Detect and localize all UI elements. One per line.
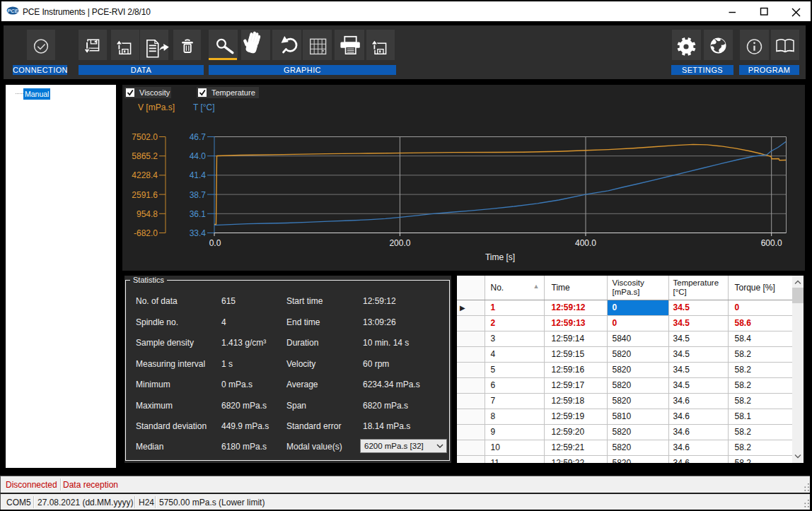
svg-text:46.7: 46.7 [190, 132, 207, 142]
svg-text:0.0: 0.0 [209, 238, 221, 248]
svg-text:T [°C]: T [°C] [193, 102, 215, 112]
svg-text:954.8: 954.8 [137, 209, 158, 219]
svg-text:41.4: 41.4 [190, 170, 207, 180]
svg-text:38.7: 38.7 [190, 190, 207, 200]
svg-text:PCE: PCE [7, 8, 18, 14]
svg-text:V [mPa.s]: V [mPa.s] [138, 102, 175, 112]
svg-text:4228.4: 4228.4 [132, 170, 158, 180]
svg-text:7502.0: 7502.0 [132, 132, 158, 142]
svg-text:33.4: 33.4 [190, 228, 207, 238]
svg-text:Time [s]: Time [s] [485, 252, 515, 262]
svg-text:400.0: 400.0 [575, 238, 596, 248]
svg-text:600.0: 600.0 [761, 238, 782, 248]
svg-text:44.0: 44.0 [190, 151, 207, 161]
svg-text:-682.0: -682.0 [134, 228, 158, 238]
svg-text:200.0: 200.0 [389, 238, 410, 248]
svg-text:36.1: 36.1 [190, 209, 207, 219]
svg-text:5865.2: 5865.2 [132, 151, 158, 161]
svg-text:2591.6: 2591.6 [132, 190, 158, 200]
